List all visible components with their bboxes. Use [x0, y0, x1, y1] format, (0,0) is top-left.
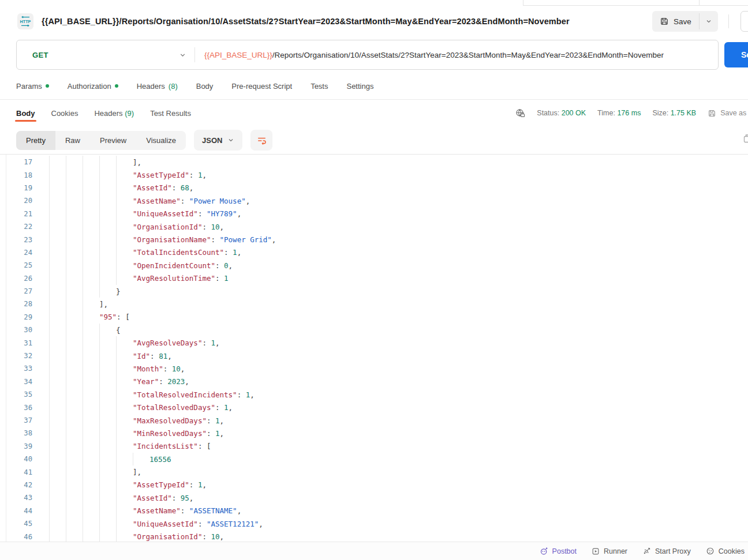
- url-bar: GET {{API_BASE_URL}}/Reports/Organisatio…: [16, 40, 719, 70]
- save-as-label: Save as ex: [720, 109, 748, 117]
- line-number[interactable]: 37: [0, 416, 32, 424]
- line-number[interactable]: 43: [0, 494, 32, 502]
- line-number[interactable]: 26: [0, 275, 32, 283]
- format-dropdown[interactable]: JSON: [194, 130, 242, 151]
- line-number[interactable]: 21: [0, 210, 32, 218]
- json-key: "AssetTypeId": [133, 171, 189, 179]
- line-number[interactable]: 24: [0, 249, 32, 257]
- save-options-button[interactable]: [700, 11, 718, 32]
- copy-icon-partial[interactable]: [742, 133, 748, 144]
- line-number[interactable]: 31: [0, 339, 32, 347]
- url-input[interactable]: {{API_BASE_URL}}/Reports/Organisation/10…: [204, 51, 664, 59]
- json-punctuation: ,: [237, 506, 242, 515]
- code-line: 24"TotalIncidentsCount": 1,: [0, 246, 748, 259]
- line-number[interactable]: 46: [0, 533, 32, 541]
- save-button[interactable]: Save: [652, 11, 699, 32]
- request-tab-label: Settings: [346, 82, 373, 91]
- line-number[interactable]: 20: [0, 197, 32, 205]
- response-tab-cookies[interactable]: Cookies: [51, 101, 78, 126]
- code-line: 41],: [0, 465, 748, 478]
- line-number[interactable]: 25: [0, 261, 32, 269]
- line-number[interactable]: 32: [0, 352, 32, 360]
- start-proxy-button[interactable]: Start Proxy: [642, 547, 691, 555]
- code-line: 34"Year": 2023,: [0, 375, 748, 388]
- line-number[interactable]: 18: [0, 171, 32, 179]
- request-tab-headers[interactable]: Headers(8): [137, 82, 178, 91]
- save-split-button[interactable]: Save: [652, 11, 718, 32]
- indent-guides: [49, 259, 133, 272]
- line-number[interactable]: 34: [0, 378, 32, 386]
- request-tab-authorization[interactable]: Authorization: [68, 82, 118, 91]
- json-punctuation: ,: [259, 520, 263, 528]
- runner-button[interactable]: Runner: [592, 547, 627, 555]
- line-number[interactable]: 17: [0, 158, 32, 166]
- line-number[interactable]: 28: [0, 300, 32, 308]
- code-line: 44"AssetName": "ASSETNAME",: [0, 505, 748, 517]
- request-tab-pre-request-script[interactable]: Pre-request Script: [231, 82, 292, 91]
- network-globe-lock-icon[interactable]: [515, 108, 525, 118]
- indent-guides: [49, 298, 99, 310]
- line-number[interactable]: 45: [0, 520, 32, 528]
- indent-guides: [49, 491, 133, 504]
- json-key: "AvgResolutionTime": [133, 274, 215, 283]
- request-tab-settings[interactable]: Settings: [346, 82, 373, 91]
- line-number[interactable]: 38: [0, 429, 32, 437]
- response-tab-body[interactable]: Body: [16, 101, 35, 126]
- gutter-border: [6, 155, 6, 542]
- line-number[interactable]: 29: [0, 313, 32, 321]
- wrap-text-button[interactable]: [250, 130, 272, 151]
- response-body-editor[interactable]: 17],18"AssetTypeId": 1,19"AssetId": 68,2…: [0, 154, 748, 542]
- chevron-down-icon: [179, 51, 186, 59]
- json-key: "UniqueAssetId": [133, 520, 198, 528]
- line-number[interactable]: 19: [0, 184, 32, 192]
- response-tab-headers[interactable]: Headers (9): [94, 101, 134, 126]
- save-response-button[interactable]: Save as ex: [708, 109, 748, 118]
- line-number[interactable]: 44: [0, 507, 32, 515]
- json-number: 10: [211, 532, 219, 541]
- status-bar: PostbotRunnerStart ProxyCookies: [0, 542, 748, 560]
- postbot-button[interactable]: Postbot: [540, 547, 577, 555]
- send-button[interactable]: Send: [724, 42, 748, 67]
- json-punctuation: :: [163, 364, 172, 373]
- cookies-button[interactable]: Cookies: [706, 547, 745, 555]
- line-number[interactable]: 22: [0, 223, 32, 231]
- request-tab-body[interactable]: Body: [196, 82, 214, 91]
- json-key: "Month": [133, 364, 163, 373]
- line-number[interactable]: 36: [0, 404, 32, 412]
- line-number[interactable]: 42: [0, 481, 32, 489]
- line-number[interactable]: 39: [0, 442, 32, 450]
- indent-guides: [49, 182, 133, 194]
- view-mode-raw[interactable]: Raw: [55, 131, 90, 150]
- line-number[interactable]: 35: [0, 390, 32, 399]
- line-number[interactable]: 27: [0, 287, 32, 295]
- view-mode-preview[interactable]: Preview: [90, 131, 136, 150]
- request-tab-tests[interactable]: Tests: [311, 82, 328, 91]
- method-selector[interactable]: GET: [17, 40, 195, 69]
- response-tab-test-results[interactable]: Test Results: [150, 101, 191, 126]
- tab-strip: [0, 0, 748, 6]
- code-line: 20"AssetName": "Power Mouse",: [0, 194, 748, 207]
- url-variable: {{API_BASE_URL}}: [204, 51, 272, 59]
- code-line: 33"Month": 10,: [0, 362, 748, 375]
- comments-button-partial[interactable]: [740, 11, 748, 32]
- view-mode-visualize[interactable]: Visualize: [136, 131, 186, 150]
- json-number: 10: [172, 364, 181, 373]
- json-number: 95: [181, 494, 189, 502]
- line-number[interactable]: 33: [0, 364, 32, 373]
- json-key: "AssetName": [133, 506, 181, 515]
- code-text: "Id": 81,: [133, 352, 172, 360]
- footer-item-label: Cookies: [719, 547, 745, 555]
- time-pair: Time: 176 ms: [597, 109, 641, 117]
- request-tab-params[interactable]: Params: [16, 82, 49, 91]
- code-line: 32"Id": 81,: [0, 349, 748, 362]
- json-punctuation: :: [189, 171, 198, 179]
- line-number[interactable]: 40: [0, 455, 32, 463]
- response-tab-label: Body: [16, 109, 35, 118]
- line-number[interactable]: 30: [0, 326, 32, 334]
- line-number[interactable]: 23: [0, 236, 32, 244]
- line-number[interactable]: 41: [0, 468, 32, 476]
- response-meta: Status: 200 OK Time: 176 ms Size: 1.75 K…: [515, 108, 748, 118]
- view-mode-pretty[interactable]: Pretty: [16, 131, 55, 150]
- json-punctuation: ,: [167, 352, 172, 360]
- json-punctuation: :: [181, 506, 189, 515]
